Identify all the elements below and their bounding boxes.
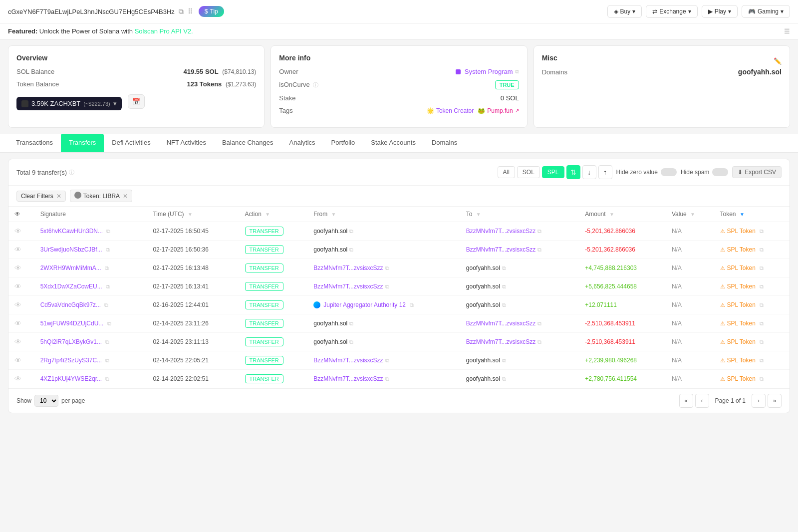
copy-token-icon[interactable]: ⧉ bbox=[760, 320, 764, 327]
hide-zero-toggle[interactable] bbox=[661, 168, 677, 176]
signature-link[interactable]: 3UrSwdjuoNSbzCJBf... bbox=[40, 246, 102, 253]
amount-sort-icon[interactable]: ▼ bbox=[609, 212, 614, 217]
tab-portfolio[interactable]: Portfolio bbox=[323, 134, 363, 152]
to-link[interactable]: BzzMNvfm7T...zvsisxcSzz bbox=[466, 228, 535, 235]
token-link[interactable]: SPL Token bbox=[727, 228, 756, 235]
from-link[interactable]: BzzMNvfm7T...zvsisxcSzz bbox=[313, 357, 383, 364]
external-link-icon[interactable]: ↗ bbox=[515, 108, 519, 113]
copy-to-icon[interactable]: ⧉ bbox=[537, 320, 541, 326]
edit-icon[interactable]: ✏️ bbox=[774, 57, 782, 65]
token-link[interactable]: SPL Token bbox=[727, 283, 756, 290]
copy-from-icon[interactable]: ⧉ bbox=[385, 265, 389, 271]
to-link[interactable]: BzzMNvfm7T...zvsisxcSzz bbox=[466, 246, 535, 253]
copy-from-icon[interactable]: ⧉ bbox=[349, 247, 353, 253]
list-icon[interactable]: ☰ bbox=[784, 27, 790, 35]
signature-link[interactable]: Cd5vaVdncGqBk97z... bbox=[40, 301, 101, 308]
from-link[interactable]: Jupiter Aggregator Authority 12 bbox=[323, 301, 406, 308]
copy-token-icon[interactable]: ⧉ bbox=[760, 283, 764, 290]
copy-sig-icon[interactable]: ⧉ bbox=[106, 247, 110, 253]
tab-analytics[interactable]: Analytics bbox=[281, 134, 323, 152]
copy-sig-icon[interactable]: ⧉ bbox=[105, 265, 109, 271]
tab-domains[interactable]: Domains bbox=[424, 134, 465, 152]
copy-token-icon[interactable]: ⧉ bbox=[760, 376, 764, 382]
row-eye-icon[interactable]: 👁 bbox=[14, 264, 21, 272]
from-link[interactable]: BzzMNvfm7T...zvsisxcSzz bbox=[313, 283, 383, 290]
prev-page-btn[interactable]: ‹ bbox=[695, 394, 709, 408]
copy-from-icon[interactable]: ⧉ bbox=[349, 228, 353, 234]
tab-stake-accounts[interactable]: Stake Accounts bbox=[363, 134, 424, 152]
token-filter-icon[interactable]: ▼ bbox=[740, 212, 745, 217]
row-eye-icon[interactable]: 👁 bbox=[14, 301, 21, 309]
copy-token-icon[interactable]: ⧉ bbox=[760, 228, 764, 235]
filter-all-btn[interactable]: All bbox=[498, 166, 515, 178]
row-eye-icon[interactable]: 👁 bbox=[14, 319, 21, 327]
copy-to-icon[interactable]: ⧉ bbox=[537, 228, 541, 234]
copy-token-icon[interactable]: ⧉ bbox=[760, 247, 764, 253]
to-link[interactable]: BzzMNvfm7T...zvsisxcSzz bbox=[466, 320, 535, 327]
hide-spam-toggle[interactable] bbox=[712, 168, 728, 176]
qr-code-icon[interactable]: ⠿ bbox=[188, 7, 193, 15]
row-eye-icon[interactable]: 👁 bbox=[14, 246, 21, 254]
row-eye-icon[interactable]: 👁 bbox=[14, 375, 21, 383]
copy-to-icon[interactable]: ⧉ bbox=[502, 302, 506, 308]
copy-sig-icon[interactable]: ⧉ bbox=[107, 320, 111, 326]
token-link[interactable]: SPL Token bbox=[727, 265, 756, 271]
export-csv-button[interactable]: ⬇ Export CSV bbox=[732, 166, 782, 178]
copy-from-icon[interactable]: ⧉ bbox=[349, 320, 353, 326]
copy-token-icon[interactable]: ⧉ bbox=[760, 357, 764, 364]
action-sort-icon[interactable]: ▼ bbox=[265, 212, 270, 217]
sort-down-btn[interactable]: ↓ bbox=[582, 165, 596, 179]
copy-from-icon[interactable]: ⧉ bbox=[385, 357, 389, 363]
filter-spl-btn[interactable]: SPL bbox=[542, 166, 564, 178]
copy-icon[interactable]: ⧉ bbox=[515, 68, 519, 75]
token-filter-chip[interactable]: Token: LIBRA ✕ bbox=[70, 190, 132, 202]
signature-link[interactable]: 51wjFUW94DZUjCdU... bbox=[40, 320, 104, 327]
tab-transactions[interactable]: Transactions bbox=[8, 134, 61, 152]
signature-link[interactable]: 5hQi2iR7qLXBykGv1... bbox=[40, 338, 102, 345]
value-sort-icon[interactable]: ▼ bbox=[690, 212, 695, 217]
clear-filters-chip[interactable]: Clear Filters ✕ bbox=[16, 191, 66, 202]
time-sort-icon[interactable]: ▼ bbox=[188, 212, 193, 217]
copy-sig-icon[interactable]: ⧉ bbox=[106, 228, 110, 234]
tab-nft-activities[interactable]: NFT Activities bbox=[159, 134, 214, 152]
from-sort-icon[interactable]: ▼ bbox=[331, 212, 336, 217]
token-dropdown[interactable]: 3.59K ZACHXBT (~$222.73) ▾ bbox=[16, 97, 122, 110]
copy-to-icon[interactable]: ⧉ bbox=[537, 247, 541, 253]
row-eye-icon[interactable]: 👁 bbox=[14, 282, 21, 290]
sort-inout-btn[interactable]: ⇅ bbox=[566, 165, 580, 179]
signature-link[interactable]: 5Xdx1DwXZaCowEU... bbox=[40, 283, 102, 290]
last-page-btn[interactable]: » bbox=[768, 394, 782, 408]
from-link[interactable]: BzzMNvfm7T...zvsisxcSzz bbox=[313, 375, 383, 382]
to-sort-icon[interactable]: ▼ bbox=[476, 212, 481, 217]
copy-sig-icon[interactable]: ⧉ bbox=[104, 302, 108, 308]
token-link[interactable]: SPL Token bbox=[727, 338, 756, 345]
token-link[interactable]: SPL Token bbox=[727, 375, 756, 382]
exchange-button[interactable]: ⇄ Exchange ▾ bbox=[646, 5, 697, 18]
filter-sol-btn[interactable]: SOL bbox=[517, 166, 540, 178]
signature-link[interactable]: 2WXRH9WmMiMmA... bbox=[40, 265, 101, 271]
info-circle-icon[interactable]: ⓘ bbox=[313, 82, 318, 88]
buy-button[interactable]: ◈ Buy ▾ bbox=[607, 5, 642, 18]
row-eye-icon[interactable]: 👁 bbox=[14, 356, 21, 364]
copy-from-icon[interactable]: ⧉ bbox=[385, 283, 389, 289]
tab-balance-changes[interactable]: Balance Changes bbox=[214, 134, 281, 152]
tip-button[interactable]: $ Tip bbox=[199, 6, 224, 17]
calendar-icon[interactable]: 📅 bbox=[128, 94, 145, 109]
copy-token-icon[interactable]: ⧉ bbox=[760, 265, 764, 271]
row-eye-icon[interactable]: 👁 bbox=[14, 227, 21, 235]
copy-to-icon[interactable]: ⧉ bbox=[502, 283, 506, 289]
token-link[interactable]: SPL Token bbox=[727, 246, 756, 253]
copy-to-icon[interactable]: ⧉ bbox=[502, 357, 506, 363]
token-link[interactable]: SPL Token bbox=[727, 301, 756, 308]
copy-token-icon[interactable]: ⧉ bbox=[760, 302, 764, 308]
sort-up-btn[interactable]: ↑ bbox=[598, 165, 612, 179]
copy-to-icon[interactable]: ⧉ bbox=[502, 376, 506, 382]
copy-from-icon[interactable]: ⧉ bbox=[410, 302, 414, 308]
per-page-select[interactable]: 10 25 50 bbox=[34, 395, 58, 407]
banner-link[interactable]: Solscan Pro API V2. bbox=[135, 27, 193, 35]
first-page-btn[interactable]: « bbox=[679, 394, 693, 408]
copy-from-icon[interactable]: ⧉ bbox=[349, 339, 353, 345]
copy-from-icon[interactable]: ⧉ bbox=[385, 376, 389, 382]
tab-defi-activities[interactable]: Defi Activities bbox=[104, 134, 158, 152]
signature-link[interactable]: 2Rg7tp4i2SzUyS37C... bbox=[40, 357, 102, 364]
